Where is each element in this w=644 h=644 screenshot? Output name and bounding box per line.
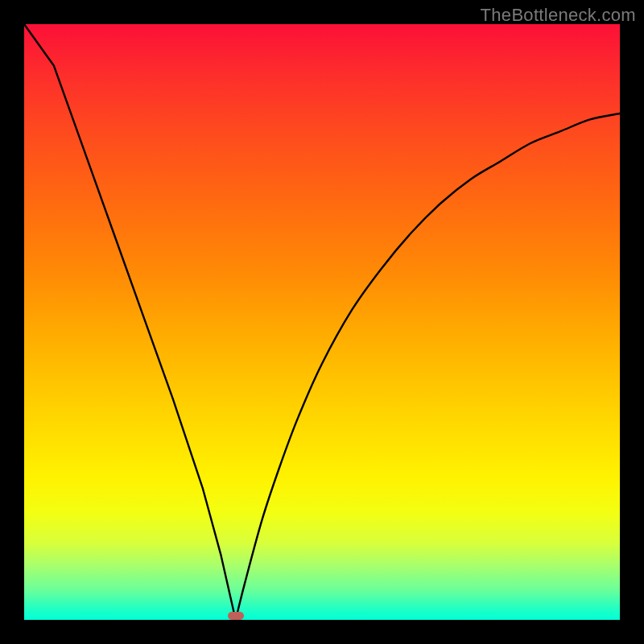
bottleneck-curve: [24, 24, 620, 620]
optimal-marker: [228, 612, 244, 620]
chart-frame: TheBottleneck.com: [0, 0, 644, 644]
curve-right-branch: [236, 114, 620, 620]
watermark-text: TheBottleneck.com: [481, 5, 636, 26]
plot-area: [24, 24, 620, 620]
curve-left-branch: [24, 24, 236, 620]
